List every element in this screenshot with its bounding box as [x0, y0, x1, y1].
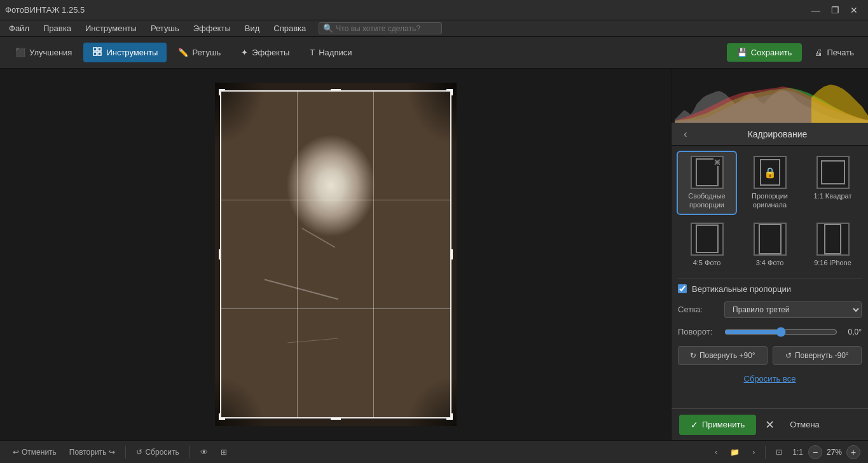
photo-container[interactable] [215, 83, 457, 426]
reset-status-button[interactable]: ↺ Сбросить [131, 445, 184, 459]
menu-effects[interactable]: Эффекты [187, 22, 237, 35]
menu-retouch[interactable]: Ретушь [144, 22, 186, 35]
rotate-cw-button[interactable]: ↻ Повернуть +90° [678, 346, 768, 365]
tab-improvements[interactable]: ⬛ Улучшения [6, 43, 81, 62]
grid-select[interactable]: Правило третей Нет Сетка Диагонали Треуг… [724, 301, 862, 318]
save-button[interactable]: 💾 Сохранить [727, 43, 803, 62]
maximize-button[interactable]: ❐ [826, 3, 844, 17]
histogram [672, 69, 868, 123]
crop-option-45[interactable]: 4:5 Фото [678, 219, 736, 271]
free-prop-icon [691, 156, 724, 189]
crop-label-45: 4:5 Фото [693, 258, 721, 267]
photo-image [215, 83, 457, 426]
vertical-proportions-checkbox[interactable] [678, 284, 687, 293]
apply-button[interactable]: ✓ Применить [679, 415, 756, 435]
rotation-slider[interactable] [724, 327, 837, 337]
panel-header: ‹ Кадрирование [672, 123, 868, 146]
crop-option-square[interactable]: 1:1 Квадрат [804, 152, 862, 214]
rotate-cw-icon: ↻ [690, 351, 696, 360]
toolbar-tabs: ⬛ Улучшения Инструменты ✏️ Ретушь ✦ Эффе… [6, 43, 361, 62]
search-input[interactable] [336, 24, 437, 33]
zoom-in-icon: + [851, 447, 856, 457]
menu-edit[interactable]: Правка [37, 22, 78, 35]
fit-icon: ⊡ [776, 448, 782, 457]
tab-effects[interactable]: ✦ Эффекты [232, 43, 298, 62]
panel-content: Свободныепропорции 🔒 Пропорцииоригинала [672, 146, 868, 408]
fit-screen-button[interactable]: ⊡ [771, 445, 787, 459]
toolbar-actions: 💾 Сохранить 🖨 Печать [727, 43, 862, 62]
status-sep-1 [125, 446, 126, 459]
cancel-x-icon: ✕ [765, 418, 775, 431]
portrait45-icon [691, 223, 724, 256]
nav-prev-button[interactable]: ‹ [710, 445, 722, 459]
compare-icon: ⊞ [221, 448, 227, 457]
tab-retouch[interactable]: ✏️ Ретушь [169, 43, 230, 62]
crop-option-916[interactable]: 9:16 iPhone [804, 219, 862, 271]
crop-label-916: 9:16 iPhone [814, 258, 851, 267]
tools-icon [92, 46, 102, 59]
preview-button[interactable]: 👁 [195, 445, 213, 459]
right-panel: ‹ Кадрирование Свободныепропорции [671, 69, 868, 440]
close-button[interactable]: ✕ [845, 3, 863, 17]
svg-rect-1 [98, 48, 101, 51]
rotation-label: Поворот: [678, 327, 719, 336]
svg-rect-0 [93, 48, 97, 51]
main-content: ‹ Кадрирование Свободныепропорции [0, 69, 868, 440]
status-sep-2 [189, 446, 190, 459]
tab-tools[interactable]: Инструменты [83, 43, 167, 62]
print-button[interactable]: 🖨 Печать [807, 43, 862, 62]
rotate-buttons: ↻ Повернуть +90° ↺ Повернуть -90° [678, 346, 862, 365]
reset-link[interactable]: Сбросить все [678, 374, 862, 384]
nav-folder-button[interactable]: 📁 [725, 445, 745, 459]
zoom-in-button[interactable]: + [846, 445, 860, 459]
crop-option-free[interactable]: Свободныепропорции [678, 152, 736, 214]
print-icon: 🖨 [815, 48, 823, 57]
crop-label-34: 3:4 Фото [756, 258, 784, 267]
menu-view[interactable]: Вид [238, 22, 266, 35]
zoom-out-icon: − [813, 447, 818, 457]
tab-captions[interactable]: T Надписи [301, 43, 361, 62]
redo-button[interactable]: Повторить ↪ [64, 445, 121, 459]
compare-button[interactable]: ⊞ [216, 445, 232, 459]
zoom-controls: ⊡ 1:1 − 27% + [771, 445, 860, 459]
nav-prev-icon: ‹ [715, 448, 717, 457]
panel-back-button[interactable]: ‹ [678, 127, 693, 142]
vertical-proportions-label[interactable]: Вертикальные пропорции [692, 284, 791, 294]
square-icon [816, 156, 850, 189]
undo-icon: ↩ [13, 448, 19, 457]
zoom-out-button[interactable]: − [808, 445, 822, 459]
crop-option-original[interactable]: 🔒 Пропорцииоригинала [741, 152, 799, 214]
cancel-icon-button[interactable]: ✕ [761, 414, 778, 436]
rotate-ccw-button[interactable]: ↺ Повернуть -90° [773, 346, 862, 365]
rotation-row: Поворот: 0,0° [678, 327, 862, 337]
menu-help[interactable]: Справка [267, 22, 312, 35]
save-icon: 💾 [737, 48, 747, 57]
crop-label-original: Пропорцииоригинала [752, 191, 788, 210]
svg-rect-2 [93, 52, 97, 55]
menu-tools[interactable]: Инструменты [79, 22, 143, 35]
menubar: Файл Правка Инструменты Ретушь Эффекты В… [0, 20, 868, 37]
titlebar: ФотоВИНТАЖ 1.25.5 — ❐ ✕ [0, 0, 868, 20]
window-controls: — ❐ ✕ [807, 3, 863, 17]
improvements-icon: ⬛ [15, 48, 25, 57]
search-icon: 🔍 [323, 24, 333, 33]
minimize-button[interactable]: — [807, 3, 825, 17]
orig-prop-icon: 🔒 [754, 156, 787, 189]
nav-next-button[interactable]: › [747, 445, 760, 459]
menu-file[interactable]: Файл [3, 22, 36, 35]
portrait34-icon [754, 223, 787, 256]
effects-icon: ✦ [241, 48, 248, 57]
undo-button[interactable]: ↩ Отменить [8, 445, 62, 459]
divider-1 [678, 279, 862, 279]
retouch-icon: ✏️ [178, 48, 188, 57]
canvas-area [0, 69, 671, 440]
captions-icon: T [310, 48, 315, 57]
rotate-ccw-icon: ↺ [785, 351, 792, 360]
eye-icon: 👁 [200, 448, 208, 457]
redo-icon: ↪ [109, 448, 115, 457]
rotation-value: 0,0° [843, 328, 862, 336]
reset-status-icon: ↺ [136, 448, 142, 457]
statusbar: ↩ Отменить Повторить ↪ ↺ Сбросить 👁 ⊞ ‹ … [0, 440, 868, 463]
crop-option-34[interactable]: 3:4 Фото [741, 219, 799, 271]
cancel-button[interactable]: Отмена [783, 416, 826, 433]
